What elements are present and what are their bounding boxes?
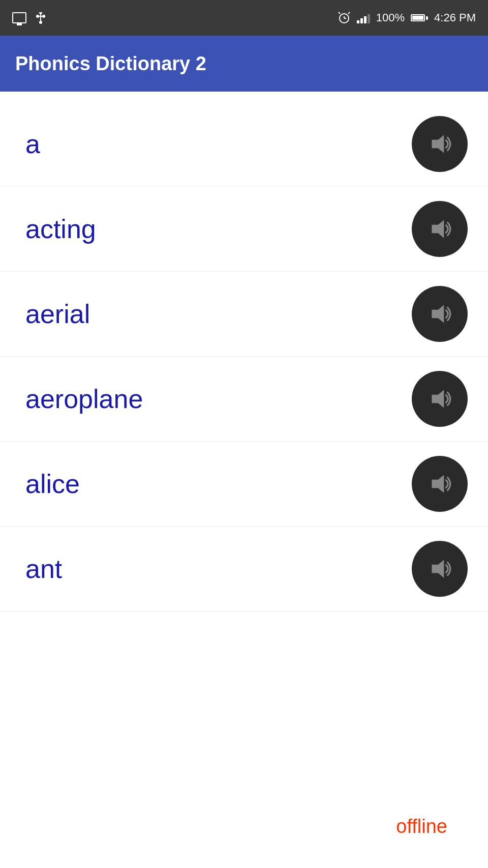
status-bar-left (12, 11, 47, 24)
dictionary-list-container: a acting (0, 92, 488, 622)
dictionary-list: a acting (0, 102, 488, 612)
battery-percentage: 100% (376, 11, 405, 24)
svg-marker-11 (432, 135, 444, 153)
svg-point-5 (39, 21, 42, 24)
list-item: aeroplane (0, 357, 488, 442)
status-bar: 100% 4:26 PM (0, 0, 488, 36)
word-label: acting (25, 214, 96, 244)
signal-icon (357, 12, 370, 23)
speaker-icon (426, 556, 453, 582)
word-label: aeroplane (25, 384, 143, 414)
app-bar: Phonics Dictionary 2 (0, 36, 488, 92)
svg-marker-15 (432, 475, 444, 493)
list-item: ant (0, 527, 488, 612)
screen-icon (12, 12, 26, 23)
svg-point-4 (42, 15, 45, 18)
status-bar-right: 100% 4:26 PM (338, 11, 476, 24)
usb-icon (35, 11, 47, 24)
word-label: a (25, 129, 40, 159)
audio-button-acting[interactable] (412, 201, 468, 257)
list-item: acting (0, 187, 488, 272)
audio-button-aeroplane[interactable] (412, 371, 468, 427)
word-label: aerial (25, 299, 90, 329)
svg-marker-13 (432, 305, 444, 323)
speaker-icon (426, 471, 453, 497)
app-title: Phonics Dictionary 2 (15, 53, 206, 75)
speaker-icon (426, 216, 453, 242)
offline-label: offline (396, 816, 447, 837)
status-time: 4:26 PM (434, 11, 476, 24)
audio-button-aerial[interactable] (412, 286, 468, 342)
alarm-icon (338, 11, 351, 24)
main-content: a acting (0, 92, 488, 868)
speaker-icon (426, 131, 453, 157)
list-item: aerial (0, 272, 488, 357)
audio-button-a[interactable] (412, 116, 468, 172)
svg-rect-0 (39, 12, 42, 14)
battery-icon (411, 14, 428, 21)
speaker-icon (426, 386, 453, 412)
svg-marker-14 (432, 390, 444, 408)
speaker-icon (426, 301, 453, 327)
list-item: alice (0, 442, 488, 527)
word-label: ant (25, 554, 62, 584)
svg-line-10 (348, 12, 350, 14)
word-label: alice (25, 469, 80, 499)
audio-button-alice[interactable] (412, 456, 468, 512)
svg-point-3 (36, 15, 39, 18)
list-item: a (0, 102, 488, 187)
svg-marker-12 (432, 220, 444, 238)
svg-line-9 (339, 12, 340, 14)
audio-button-ant[interactable] (412, 541, 468, 597)
svg-marker-16 (432, 560, 444, 577)
